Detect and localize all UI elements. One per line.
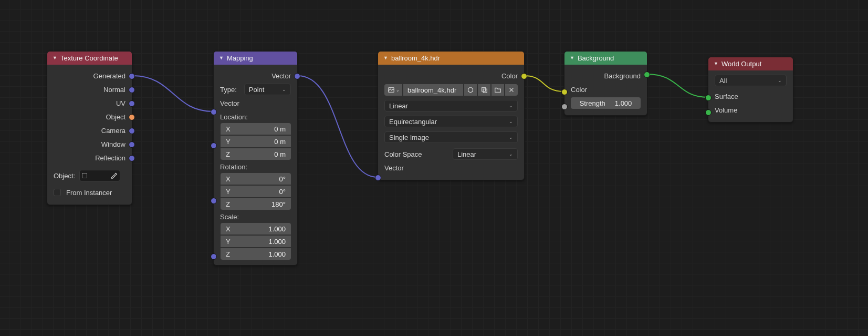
node-header[interactable]: ▼ ballroom_4k.hdr [378, 52, 524, 65]
type-dropdown[interactable]: Point ⌄ [244, 84, 291, 95]
node-title: ballroom_4k.hdr [391, 52, 440, 65]
eyedropper-icon[interactable] [110, 171, 118, 180]
input-vector: Vector [384, 164, 518, 172]
output-uv: UV [54, 99, 126, 107]
socket-in-scale[interactable] [211, 253, 217, 260]
socket-reflection[interactable] [129, 155, 135, 161]
output-window: Window [54, 140, 126, 148]
colorspace-dropdown[interactable]: Linear⌄ [453, 148, 518, 160]
socket-in-location[interactable] [211, 142, 217, 149]
node-title: World Output [721, 57, 761, 70]
socket-in-vector[interactable] [211, 109, 217, 115]
collapse-icon: ▼ [714, 57, 718, 70]
chevron-down-icon: ⌄ [396, 88, 400, 93]
location-label: Location: [220, 113, 291, 121]
input-volume: Volume [715, 106, 787, 114]
unlink-button[interactable] [505, 84, 518, 96]
node-header[interactable]: ▼ Background [564, 52, 647, 65]
socket-uv[interactable] [129, 100, 135, 107]
chevron-down-icon: ⌄ [509, 119, 513, 124]
output-normal: Normal [54, 86, 126, 94]
location-z[interactable]: Z0 m [221, 148, 291, 160]
collapse-icon: ▼ [570, 52, 574, 65]
socket-in-color[interactable] [561, 89, 568, 95]
node-world-output[interactable]: ▼ World Output All⌄ Surface Volume [708, 57, 793, 123]
source-dropdown[interactable]: Single Image⌄ [384, 131, 518, 143]
node-title: Mapping [227, 52, 253, 65]
scale-y[interactable]: Y1.000 [221, 236, 291, 247]
output-background: Background [571, 72, 641, 80]
scale-label: Scale: [220, 213, 291, 221]
node-header[interactable]: ▼ World Output [708, 57, 793, 70]
node-title: Texture Coordinate [60, 52, 118, 65]
projection-dropdown[interactable]: Equirectangular⌄ [384, 116, 518, 127]
node-title: Background [578, 52, 614, 65]
socket-out-vector[interactable] [294, 73, 300, 79]
from-instancer-label: From Instancer [66, 189, 112, 197]
target-dropdown[interactable]: All⌄ [715, 75, 787, 86]
node-header[interactable]: ▼ Mapping [214, 52, 297, 65]
svg-rect-2 [483, 89, 487, 93]
location-y[interactable]: Y0 m [221, 136, 291, 147]
input-surface: Surface [715, 93, 787, 100]
fake-user-button[interactable] [464, 84, 477, 96]
input-color: Color [571, 86, 641, 94]
node-mapping[interactable]: ▼ Mapping Vector Type: Point ⌄ Vector Lo… [213, 51, 298, 266]
image-name-field[interactable]: ballroom_4k.hdr [403, 84, 463, 96]
object-label: Object: [54, 172, 75, 180]
socket-in-surface[interactable] [705, 95, 712, 101]
socket-normal[interactable] [129, 87, 135, 93]
output-vector: Vector [220, 72, 291, 80]
type-label: Type: [220, 86, 237, 94]
socket-in-rotation[interactable] [211, 198, 217, 204]
output-reflection: Reflection [54, 154, 126, 162]
open-file-button[interactable] [491, 84, 504, 96]
output-camera: Camera [54, 127, 126, 135]
chevron-down-icon: ⌄ [509, 135, 513, 140]
image-browse-button[interactable]: ⌄ [384, 84, 402, 96]
svg-rect-1 [482, 88, 486, 91]
from-instancer-checkbox[interactable] [54, 189, 61, 196]
chevron-down-icon: ⌄ [282, 87, 286, 92]
collapse-icon: ▼ [53, 52, 57, 65]
node-header[interactable]: ▼ Texture Coordinate [47, 52, 132, 65]
socket-object[interactable] [129, 114, 135, 120]
output-object: Object [54, 113, 126, 121]
object-picker[interactable] [79, 170, 120, 181]
socket-in-strength[interactable] [561, 104, 568, 110]
chevron-down-icon: ⌄ [509, 151, 513, 157]
duplicate-button[interactable] [478, 84, 490, 96]
chevron-down-icon: ⌄ [509, 103, 513, 108]
socket-out-color[interactable] [521, 73, 527, 79]
rotation-label: Rotation: [220, 163, 291, 171]
socket-out-background[interactable] [644, 72, 650, 78]
object-icon [82, 173, 87, 178]
scale-x[interactable]: X1.000 [221, 223, 291, 235]
location-x[interactable]: X0 m [221, 123, 291, 135]
collapse-icon: ▼ [383, 52, 388, 65]
rotation-z[interactable]: Z180° [221, 198, 291, 210]
socket-window[interactable] [129, 141, 135, 148]
input-vector: Vector [220, 99, 291, 107]
socket-in-vector[interactable] [375, 175, 381, 181]
node-texture-coordinate[interactable]: ▼ Texture Coordinate Generated Normal UV… [47, 51, 132, 205]
colorspace-label: Color Space [384, 150, 447, 158]
socket-in-volume[interactable] [705, 109, 712, 116]
collapse-icon: ▼ [219, 52, 224, 65]
scale-z[interactable]: Z1.000 [221, 248, 291, 260]
node-background[interactable]: ▼ Background Background Color Strength 1… [564, 51, 647, 116]
socket-camera[interactable] [129, 128, 135, 134]
output-generated: Generated [54, 72, 126, 80]
socket-generated[interactable] [129, 73, 135, 79]
node-environment-texture[interactable]: ▼ ballroom_4k.hdr Color ⌄ ballroom_4k.hd… [378, 51, 525, 180]
interpolation-dropdown[interactable]: Linear⌄ [384, 100, 518, 111]
rotation-x[interactable]: X0° [221, 173, 291, 185]
rotation-y[interactable]: Y0° [221, 186, 291, 197]
strength-field[interactable]: Strength 1.000 [571, 97, 641, 109]
chevron-down-icon: ⌄ [778, 78, 782, 83]
output-color: Color [384, 72, 518, 80]
